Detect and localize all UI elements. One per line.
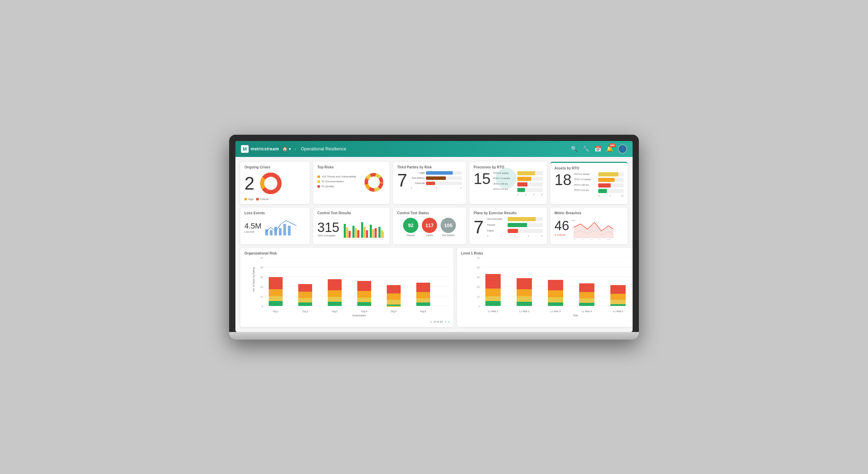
assets-rto-fill-1 <box>598 172 618 176</box>
user-avatar[interactable]: 👤 <box>618 144 627 153</box>
calendar-icon[interactable]: 📅 <box>594 145 601 152</box>
control-test-results-title: Control Test Results <box>317 211 385 215</box>
metric-breaches-widget: Metric Breaches 46 5 Critical <box>550 208 628 244</box>
level1-risks-widget: Level 1 Risks <box>457 248 633 327</box>
assets-rto-track-2 <box>598 178 624 182</box>
loss-events-svg <box>264 217 298 236</box>
tools-icon[interactable]: 🔧 <box>583 145 590 152</box>
svg-text:QTD: QTD <box>379 239 384 240</box>
plan-fill-passed <box>508 223 527 227</box>
processes-rto-value: 15 <box>474 171 491 186</box>
risk-label-2: 51 Documentation <box>322 180 344 183</box>
svg-rect-17 <box>357 230 359 238</box>
cts-failed: 117 Failed <box>422 218 437 236</box>
loss-events-widget: Loss Events 4.5M Loss Amt <box>240 208 310 244</box>
svg-text:Org 3: Org 3 <box>332 310 338 313</box>
home-icon[interactable]: 🏠 ▾ <box>282 147 291 151</box>
svg-rect-60 <box>298 302 312 306</box>
svg-text:Organization: Organization <box>352 314 366 316</box>
loss-events-value: 4.5M <box>244 222 261 231</box>
metric-breaches-title: Metric Breaches <box>554 211 624 215</box>
svg-rect-13 <box>346 227 348 238</box>
proc-rto-row-3 <box>517 182 543 186</box>
bar-label-antibribery: Anti-Bribery <box>411 177 425 179</box>
svg-rect-14 <box>349 231 351 238</box>
top-risks-donut <box>363 171 385 194</box>
assets-rto-fill-4 <box>598 189 607 193</box>
assets-rto-track-4 <box>598 189 624 193</box>
assets-rto-fill-2 <box>598 178 615 182</box>
third-parties-axis: 024 <box>411 187 462 189</box>
svg-text:L1 Risk 4: L1 Risk 4 <box>582 310 592 313</box>
rto-legend-assets: RTO>2 weeks RTO<=2 weeks RTO<=48 hrs RTO… <box>574 172 595 193</box>
plans-exercise-title: Plans by Exercise Results <box>474 211 543 215</box>
ctr-chart-area: Q1 Q4 Q1 Q2 QTD <box>342 217 385 241</box>
assets-rto-track-1 <box>598 172 624 176</box>
proc-rto-row-1 <box>517 171 543 175</box>
assets-rto-fill-3 <box>598 183 611 188</box>
svg-text:10: 10 <box>477 295 480 298</box>
third-parties-title: Third Parties by Risk <box>397 165 462 169</box>
plan-label-passed: Passed <box>487 224 506 226</box>
ctr-content: 315 75% Complete <box>317 217 385 241</box>
svg-rect-25 <box>381 230 383 238</box>
bar-label-legal: Legal <box>411 172 425 174</box>
search-icon[interactable]: 🔍 <box>571 145 578 152</box>
third-parties-widget: Third Parties by Risk 7 Legal Anti <box>393 162 466 204</box>
critical-color-dot <box>256 198 259 200</box>
svg-rect-99 <box>485 301 501 306</box>
plan-track-ne <box>508 217 543 221</box>
svg-rect-11 <box>288 226 291 235</box>
plans-bars: Not Exercised Passed <box>487 217 543 237</box>
logo-icon: M <box>241 145 249 153</box>
cts-label-notstarted: Not Started <box>442 234 454 236</box>
svg-rect-7 <box>270 230 273 235</box>
mb-left: 46 5 Critical <box>554 218 569 236</box>
third-parties-content: 7 Legal Anti-Bribery <box>397 171 462 189</box>
svg-text:Org 1: Org 1 <box>273 310 279 313</box>
svg-rect-72 <box>387 305 401 306</box>
proc-rto-fill-4 <box>517 188 525 192</box>
bar-track-legal <box>426 171 462 175</box>
plan-fill-ne <box>508 217 536 221</box>
svg-rect-56 <box>269 301 283 306</box>
svg-rect-20 <box>366 230 368 238</box>
pagination-text: 1 - 6 of 22 <box>430 320 443 323</box>
bar-row-antibribery: Anti-Bribery <box>411 176 462 180</box>
bar-fill-antibribery <box>426 176 446 180</box>
risk-label-1: 103 Threat and Vulnerability <box>322 175 356 178</box>
svg-text:40: 40 <box>477 266 480 269</box>
bar-track-financial <box>426 182 462 185</box>
notifications-icon[interactable]: 🔔 198 <box>606 145 613 152</box>
plan-track-passed <box>508 223 543 227</box>
level1-svg: 50 40 30 20 10 0 <box>471 257 633 316</box>
svg-text:Risk: Risk <box>573 314 578 316</box>
assets-rto-title: Assets by RTO <box>554 166 624 170</box>
ctr-bar-chart: Q1 Q4 Q1 Q2 QTD <box>342 217 384 240</box>
plans-axis: 01234 <box>487 235 543 237</box>
ongoing-crises-title: Ongoing Crises <box>244 165 306 169</box>
svg-rect-9 <box>279 228 282 235</box>
risk-item-1: 103 Threat and Vulnerability <box>317 175 359 178</box>
app-name: metricstream <box>251 147 279 151</box>
legend-critical: Critical <box>256 198 268 201</box>
svg-text:L1 Risk 5: L1 Risk 5 <box>613 310 623 313</box>
proc-rto-track-2 <box>517 177 543 181</box>
org-risk-title: Organizational Risk <box>244 251 449 255</box>
page-next-btn[interactable]: › <box>448 320 449 324</box>
bar-row-legal: Legal <box>411 171 462 175</box>
large-chart-row: Organizational Risk No. of Risks by Rati… <box>240 248 628 327</box>
org-risk-widget: Organizational Risk No. of Risks by Rati… <box>240 248 453 327</box>
page-prev-btn[interactable]: ‹ <box>445 320 446 324</box>
third-parties-bars: Legal Anti-Bribery <box>411 171 462 189</box>
third-parties-value: 7 <box>397 171 407 189</box>
level1-chart-area: 50 40 30 20 10 0 <box>461 257 633 318</box>
plan-row-passed: Passed <box>487 223 543 227</box>
cts-value-passed: 92 <box>408 223 414 228</box>
svg-rect-21 <box>370 225 372 238</box>
assets-rto-row-3 <box>598 183 624 188</box>
svg-text:L1 Risk 2: L1 Risk 2 <box>519 310 529 313</box>
ctr-left: 315 75% Complete <box>317 221 339 237</box>
cts-label-passed: Passed <box>407 234 415 236</box>
high-color-dot <box>244 198 247 200</box>
